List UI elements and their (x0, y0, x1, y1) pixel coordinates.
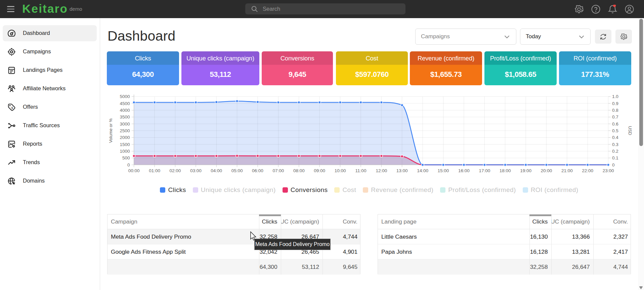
svg-text:0.8: 0.8 (612, 108, 618, 113)
svg-text:15:00: 15:00 (438, 168, 449, 173)
svg-text:4000: 4000 (120, 108, 130, 113)
svg-text:0: 0 (612, 162, 615, 167)
svg-text:0.5: 0.5 (612, 128, 618, 133)
svg-text:16:00: 16:00 (458, 168, 470, 173)
svg-text:0.2: 0.2 (612, 149, 618, 154)
svg-text:10:00: 10:00 (335, 168, 346, 173)
svg-text:USD: USD (628, 126, 633, 135)
svg-text:2500: 2500 (120, 128, 130, 133)
svg-text:18:00: 18:00 (500, 168, 511, 173)
svg-text:0.4: 0.4 (612, 135, 618, 140)
svg-text:21:00: 21:00 (561, 168, 573, 173)
svg-text:13:00: 13:00 (396, 168, 408, 173)
svg-text:3500: 3500 (120, 114, 130, 119)
svg-text:0.1: 0.1 (612, 155, 618, 160)
svg-text:1000: 1000 (120, 149, 130, 154)
svg-text:06:00: 06:00 (252, 168, 263, 173)
svg-text:23:00: 23:00 (603, 168, 614, 173)
svg-text:5000: 5000 (120, 94, 130, 99)
svg-text:0.6: 0.6 (612, 122, 618, 127)
svg-text:500: 500 (122, 155, 130, 160)
svg-text:00:00: 00:00 (128, 168, 140, 173)
svg-text:1.0: 1.0 (612, 94, 618, 99)
svg-text:1500: 1500 (120, 142, 130, 147)
svg-text:17:00: 17:00 (479, 168, 490, 173)
svg-text:09:00: 09:00 (314, 168, 325, 173)
svg-text:4500: 4500 (120, 101, 130, 106)
svg-text:01:00: 01:00 (149, 168, 160, 173)
svg-text:0.9: 0.9 (612, 101, 618, 106)
svg-text:03:00: 03:00 (190, 168, 202, 173)
svg-text:02:00: 02:00 (170, 168, 181, 173)
svg-text:05:00: 05:00 (231, 168, 243, 173)
svg-text:0: 0 (127, 162, 130, 167)
svg-text:07:00: 07:00 (273, 168, 284, 173)
svg-text:0.3: 0.3 (612, 142, 618, 147)
svg-text:0.7: 0.7 (612, 114, 618, 119)
svg-text:04:00: 04:00 (211, 168, 222, 173)
svg-text:22:00: 22:00 (582, 168, 593, 173)
svg-text:3000: 3000 (120, 122, 130, 127)
svg-text:2000: 2000 (120, 135, 130, 140)
svg-text:14:00: 14:00 (417, 168, 428, 173)
svg-text:08:00: 08:00 (293, 168, 305, 173)
svg-text:20:00: 20:00 (541, 168, 552, 173)
svg-text:11:00: 11:00 (355, 168, 367, 173)
svg-text:Volume or %: Volume or % (108, 118, 113, 143)
svg-text:19:00: 19:00 (520, 168, 531, 173)
svg-text:12:00: 12:00 (376, 168, 387, 173)
